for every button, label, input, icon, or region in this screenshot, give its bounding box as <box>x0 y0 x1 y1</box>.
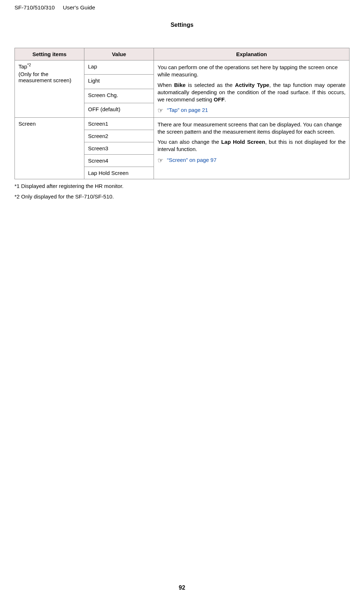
text-span: When <box>158 82 174 88</box>
page-header: SF-710/510/310 User's Guide <box>14 4 350 11</box>
value-screen3: Screen3 <box>84 142 154 154</box>
value-screen1: Screen1 <box>84 117 154 130</box>
header-value: Value <box>84 48 154 60</box>
setting-tap-sub: (Only for the measurement screen) <box>18 71 80 83</box>
value-laphold: Lap Hold Screen <box>84 167 154 179</box>
exp-screen-link-line: ☞“Screen” on page 97 <box>158 156 346 164</box>
table-header-row: Setting items Value Explanation <box>15 48 350 60</box>
setting-tap-label: Tap <box>18 63 27 70</box>
bold-text: OFF <box>214 96 225 102</box>
exp-screen-p2: You can also change the Lap Hold Screen,… <box>158 138 346 153</box>
value-off: OFF (default) <box>84 103 154 117</box>
header-setting-items: Setting items <box>15 48 84 60</box>
footnotes: *1 Displayed after registering the HR mo… <box>14 183 350 200</box>
value-light: Light <box>84 75 154 89</box>
settings-table: Setting items Value Explanation Tap*2 (O… <box>14 48 350 179</box>
bold-text: Activity Type <box>235 82 269 88</box>
screen-link[interactable]: “Screen” on page 97 <box>167 157 217 163</box>
page-title: Settings <box>14 22 350 28</box>
value-lap: Lap <box>84 60 154 75</box>
setting-tap: Tap*2 (Only for the measurement screen) <box>15 60 84 118</box>
exp-tap-link-line: ☞“Tap” on page 21 <box>158 106 346 114</box>
product-model: SF-710/510/310 <box>14 4 55 11</box>
footnote-1: *1 Displayed after registering the HR mo… <box>14 183 350 189</box>
text-span: is selected as the <box>185 82 235 88</box>
table-row: Screen Screen1 There are four measuremen… <box>15 117 350 130</box>
exp-tap-p2: When Bike is selected as the Activity Ty… <box>158 81 346 104</box>
value-screen2: Screen2 <box>84 130 154 142</box>
value-screen4: Screen4 <box>84 154 154 167</box>
explanation-tap: You can perform one of the operations se… <box>154 60 350 118</box>
pointing-hand-icon: ☞ <box>158 156 166 161</box>
exp-tap-p1: You can perform one of the operations se… <box>158 64 346 79</box>
explanation-screen: There are four measurement screens that … <box>154 117 350 179</box>
bold-text: Lap Hold Screen <box>221 139 265 145</box>
table-row: Tap*2 (Only for the measurement screen) … <box>15 60 350 75</box>
pointing-hand-icon: ☞ <box>158 106 166 111</box>
value-screen-chg: Screen Chg. <box>84 89 154 103</box>
text-span: You can also change the <box>158 139 221 145</box>
tap-link[interactable]: “Tap” on page 21 <box>167 107 208 113</box>
doc-type: User's Guide <box>63 4 95 11</box>
header-explanation: Explanation <box>154 48 350 60</box>
setting-screen: Screen <box>15 117 84 179</box>
text-span: . <box>225 96 226 102</box>
setting-tap-sup: *2 <box>27 63 31 67</box>
exp-screen-p1: There are four measurement screens that … <box>158 121 346 136</box>
page-number: 92 <box>0 585 364 591</box>
footnote-2: *2 Only displayed for the SF-710/SF-510. <box>14 193 350 200</box>
bold-text: Bike <box>174 82 186 88</box>
